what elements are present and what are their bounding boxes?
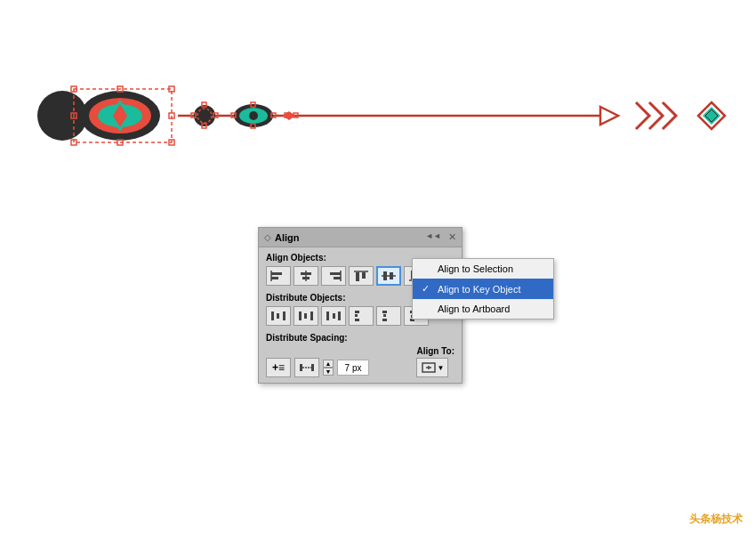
align-right-button[interactable] bbox=[321, 266, 346, 286]
align-to-label: Align To: bbox=[416, 346, 454, 356]
align-to-dropdown-menu: Align to Selection ✓ Align to Key Object… bbox=[412, 258, 554, 320]
panel-close-btn[interactable]: ✕ bbox=[448, 231, 456, 243]
svg-rect-63 bbox=[326, 312, 329, 320]
svg-rect-38 bbox=[271, 277, 278, 279]
dropdown-item-align-selection[interactable]: Align to Selection bbox=[413, 259, 553, 279]
align-to-section: Align To: ▼ bbox=[416, 346, 454, 377]
panel-title-text: Align bbox=[275, 232, 300, 243]
align-top-button[interactable] bbox=[349, 266, 374, 286]
svg-rect-43 bbox=[330, 272, 341, 275]
check-mark-selection bbox=[422, 263, 432, 274]
svg-marker-33 bbox=[600, 107, 618, 125]
svg-point-25 bbox=[249, 111, 258, 120]
svg-rect-46 bbox=[356, 272, 359, 281]
svg-rect-66 bbox=[355, 311, 359, 313]
svg-rect-56 bbox=[277, 313, 279, 319]
svg-rect-68 bbox=[355, 319, 359, 321]
dropdown-item-align-key-object[interactable]: ✓ Align to Key Object bbox=[413, 279, 553, 299]
svg-rect-60 bbox=[299, 312, 302, 320]
watermark: 头条杨技术 bbox=[689, 512, 743, 527]
dropdown-label-artboard: Align to Artboard bbox=[438, 303, 510, 314]
panel-title-controls: ◄◄ ✕ bbox=[425, 231, 456, 243]
svg-rect-67 bbox=[355, 314, 358, 317]
svg-rect-70 bbox=[383, 314, 386, 317]
dist-top-button[interactable] bbox=[349, 306, 374, 326]
dist-center-v-button[interactable] bbox=[376, 306, 401, 326]
spin-up-button[interactable]: ▲ bbox=[323, 360, 334, 368]
svg-rect-76 bbox=[311, 364, 314, 371]
spacing-input[interactable] bbox=[337, 360, 369, 376]
dist-left-button[interactable] bbox=[266, 306, 291, 326]
canvas-area bbox=[0, 0, 756, 231]
svg-rect-44 bbox=[334, 277, 341, 279]
dropdown-item-align-artboard[interactable]: Align to Artboard bbox=[413, 299, 553, 319]
distribute-spacing-controls: +≡ ▲ ▼ bbox=[266, 358, 369, 377]
panel-collapse-btn[interactable]: ◄◄ bbox=[425, 231, 441, 243]
watermark-text: 头条杨技术 bbox=[689, 513, 743, 525]
align-center-h-button[interactable] bbox=[294, 266, 318, 286]
svg-rect-61 bbox=[304, 313, 307, 319]
add-spacing-button[interactable]: +≡ bbox=[266, 358, 291, 377]
align-left-button[interactable] bbox=[266, 266, 291, 286]
spacing-icon-button[interactable] bbox=[294, 358, 319, 377]
dist-center-h-button[interactable] bbox=[294, 306, 318, 326]
align-to-dropdown-btn[interactable]: ▼ bbox=[416, 358, 448, 377]
check-mark-artboard bbox=[422, 303, 432, 314]
svg-rect-71 bbox=[382, 319, 387, 321]
svg-rect-37 bbox=[271, 272, 282, 275]
align-center-v-button[interactable] bbox=[376, 266, 401, 286]
dist-right-button[interactable] bbox=[321, 306, 346, 326]
svg-rect-62 bbox=[310, 312, 313, 320]
distribute-spacing-label: Distribute Spacing: bbox=[266, 333, 454, 343]
svg-rect-65 bbox=[338, 312, 341, 320]
svg-rect-69 bbox=[382, 311, 387, 313]
svg-rect-75 bbox=[300, 364, 302, 371]
svg-rect-47 bbox=[362, 272, 366, 279]
svg-rect-21 bbox=[202, 102, 206, 107]
spin-down-button[interactable]: ▼ bbox=[323, 368, 334, 376]
svg-rect-64 bbox=[333, 313, 335, 319]
dropdown-label-key-object: Align to Key Object bbox=[438, 284, 521, 295]
dropdown-label-selection: Align to Selection bbox=[438, 263, 513, 274]
bottom-row: +≡ ▲ ▼ Align To: ▼ bbox=[266, 346, 454, 377]
spacing-spinner[interactable]: ▲ ▼ bbox=[323, 360, 334, 376]
check-mark-key-object: ✓ bbox=[422, 283, 432, 295]
panel-title-left: ◇ Align bbox=[264, 232, 300, 243]
panel-title-bar: ◇ Align ◄◄ ✕ bbox=[259, 228, 462, 247]
panel-title-icon: ◇ bbox=[264, 232, 271, 242]
